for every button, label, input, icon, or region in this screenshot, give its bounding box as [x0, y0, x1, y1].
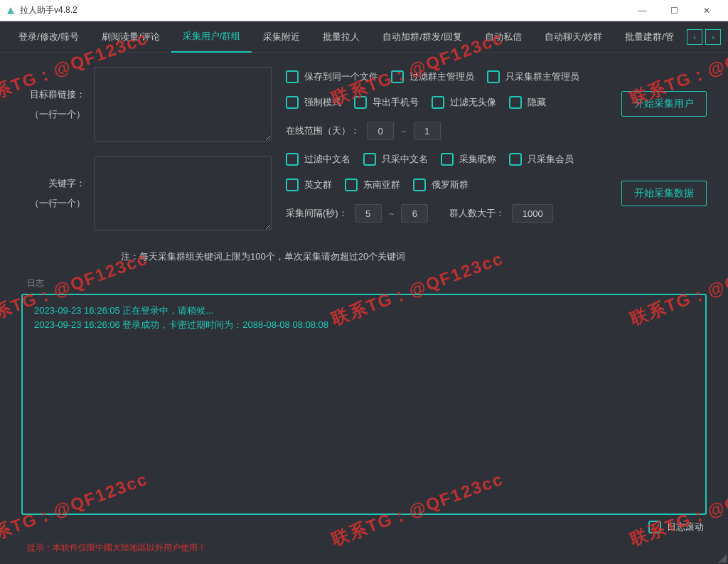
keyword-label: 关键字：: [21, 177, 85, 190]
tab-read-comment[interactable]: 刷阅读量/评论: [90, 21, 171, 53]
tab-scroll-left[interactable]: ‹: [687, 29, 702, 45]
minimize-button[interactable]: —: [626, 0, 658, 21]
tab-collect-nearby[interactable]: 采集附近: [252, 21, 311, 53]
checkbox-export-phone[interactable]: 导出手机号: [354, 96, 419, 109]
checkbox-russia-group[interactable]: 俄罗斯群: [413, 179, 469, 191]
keyword-sublabel: （一行一个）: [21, 197, 85, 210]
checkbox-log-scroll[interactable]: 日志滚动: [648, 521, 704, 533]
checkbox-filter-cn-name[interactable]: 过滤中文名: [286, 153, 350, 166]
online-range-from[interactable]: [367, 122, 394, 140]
tab-batch-invite[interactable]: 批量拉人: [311, 21, 371, 53]
interval-label: 采集间隔(秒)：: [286, 207, 348, 220]
start-collect-user-button[interactable]: 开始采集用户: [621, 91, 707, 117]
note-text: 注：每天采集群组关键词上限为100个，单次采集请勿超过20个关键词: [121, 250, 707, 263]
log-line: 2023-09-23 16:26:06 登录成功，卡密过期时间为：2088-08…: [34, 318, 694, 332]
checkbox-collect-nick[interactable]: 采集昵称: [441, 153, 496, 166]
log-output: 2023-09-23 16:26:05 正在登录中，请稍候... 2023-09…: [21, 294, 707, 515]
target-group-label: 目标群链接：: [21, 88, 85, 101]
log-label: 日志: [27, 277, 707, 289]
checkbox-save-same-file[interactable]: 保存到同一个文件: [286, 70, 378, 83]
checkbox-sea-group[interactable]: 东南亚群: [345, 179, 400, 191]
interval-to[interactable]: [401, 204, 428, 223]
target-group-sublabel: （一行一个）: [21, 108, 85, 121]
app-icon: [6, 6, 16, 16]
tab-batch-create[interactable]: 批量建群/管: [614, 21, 685, 53]
footer-disclaimer: 提示：本软件仅限中國大陸地區以外用户使用！: [21, 539, 707, 557]
tab-scroll-right[interactable]: ›: [705, 29, 721, 45]
tab-auto-chat[interactable]: 自动聊天/炒群: [533, 21, 614, 53]
interval-from[interactable]: [355, 204, 382, 223]
tab-auto-join[interactable]: 自动加群/群发/回复: [371, 21, 473, 53]
online-range-to[interactable]: [414, 122, 441, 140]
log-line: 2023-09-23 16:26:05 正在登录中，请稍候...: [34, 304, 694, 318]
tab-login[interactable]: 登录/修改/筛号: [7, 21, 90, 53]
keyword-input[interactable]: [94, 156, 272, 230]
titlebar: 拉人助手v4.8.2 — ☐ ✕: [0, 0, 728, 21]
target-group-input[interactable]: [94, 67, 272, 142]
checkbox-filter-no-avatar[interactable]: 过滤无头像: [432, 96, 496, 109]
checkbox-only-member[interactable]: 只采集会员: [509, 153, 574, 166]
tab-auto-dm[interactable]: 自动私信: [473, 21, 533, 53]
checkbox-force-mode[interactable]: 强制模式: [286, 96, 341, 109]
resize-grip[interactable]: [717, 553, 727, 563]
close-button[interactable]: ✕: [690, 0, 722, 21]
checkbox-english-group[interactable]: 英文群: [286, 179, 332, 191]
group-count-input[interactable]: [512, 204, 553, 223]
tab-bar: 登录/修改/筛号 刷阅读量/评论 采集用户/群组 采集附近 批量拉人 自动加群/…: [0, 21, 728, 53]
tab-collect-user-group[interactable]: 采集用户/群组: [171, 21, 252, 53]
checkbox-hide[interactable]: 隐藏: [509, 96, 546, 109]
checkbox-only-owner-admin[interactable]: 只采集群主管理员: [487, 70, 579, 83]
start-collect-data-button[interactable]: 开始采集数据: [621, 181, 707, 206]
checkbox-filter-owner-admin[interactable]: 过滤群主管理员: [391, 70, 474, 83]
group-count-label: 群人数大于：: [449, 207, 505, 220]
checkbox-only-cn-name[interactable]: 只采中文名: [363, 153, 428, 166]
window-title: 拉人助手v4.8.2: [20, 4, 626, 16]
maximize-button[interactable]: ☐: [658, 0, 690, 21]
online-range-label: 在线范围（天）：: [286, 124, 360, 137]
